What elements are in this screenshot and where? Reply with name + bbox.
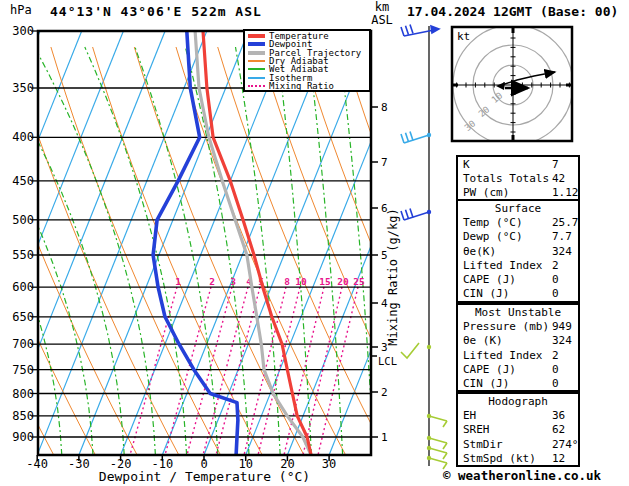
mixing-ratio-label: 10: [295, 276, 307, 287]
mixing-ratio-label: 1: [175, 276, 181, 287]
row-value: 0: [552, 273, 559, 287]
row-value: 274°: [552, 438, 579, 452]
temperature-curve: [203, 31, 311, 455]
table-row: StmDir274°: [458, 438, 578, 452]
table-row: EH36: [458, 409, 578, 423]
table-row: StmSpd (kt)12: [458, 452, 578, 466]
altitude-unit-asl: ASL: [364, 14, 400, 27]
table-row: SREH62: [458, 423, 578, 437]
hodograph-unit-label: kt: [457, 30, 470, 43]
stats-table-surface: SurfaceTemp (°C)25.7Dewp (°C)7.7θe(K)324…: [456, 199, 580, 303]
table-row: Temp (°C)25.7: [458, 216, 578, 230]
mixing-ratio-label: 3: [230, 276, 236, 287]
row-label: Pressure (mb): [463, 320, 549, 333]
row-value: 7: [552, 158, 559, 172]
row-value: 25.7: [552, 216, 579, 230]
row-label: CIN (J): [463, 287, 509, 300]
mixing-ratio-axis-label: Mixing Ratio (g/kg): [386, 208, 400, 345]
legend-swatch-mixing-ratio: [248, 85, 265, 87]
pressure-tick-label: 500: [12, 213, 34, 227]
pressure-axis-unit: hPa: [10, 3, 32, 17]
table-row: Dewp (°C)7.7: [458, 230, 578, 244]
pressure-tick-label: 800: [12, 387, 34, 401]
stats-table-most-unstable: Most UnstablePressure (mb)949θe (K)324Li…: [456, 303, 580, 392]
pressure-tick-label: 900: [12, 430, 34, 444]
parcel-trajectory-curve: [195, 31, 311, 455]
copyright-label: © weatheronline.co.uk: [443, 468, 601, 483]
pressure-tick-label: 350: [12, 81, 34, 95]
hodograph-ring-label: 10: [490, 90, 505, 105]
skewt-sounding-page: 3003504004505005506006507007508008509001…: [0, 0, 629, 486]
table-title: Surface: [458, 202, 578, 216]
km-tick-label: 7: [381, 156, 388, 169]
row-label: PW (cm): [463, 186, 509, 199]
legend-swatch-dewpoint: [248, 42, 265, 46]
table-row: CAPE (J)0: [458, 363, 578, 377]
row-value: 324: [552, 334, 572, 348]
table-row: θe(K)324: [458, 245, 578, 259]
km-tick-label: 1: [381, 431, 388, 444]
row-value: 0: [552, 363, 559, 377]
legend-swatch-temperature: [248, 34, 265, 38]
lcl-label: LCL: [378, 355, 397, 367]
row-value: 324: [552, 245, 572, 259]
wind-barb: [401, 132, 431, 143]
hodograph-trace: [502, 72, 555, 85]
pressure-tick-label: 600: [12, 280, 34, 294]
stats-table-indices: K7Totals Totals42PW (cm)1.12: [456, 155, 580, 201]
page-title: 44°13'N 43°06'E 522m ASL: [50, 4, 262, 19]
mixing-ratio-label: 2: [209, 276, 215, 287]
legend-swatch-parcel-trajectory: [248, 51, 265, 55]
legend-item: Mixing Ratio: [248, 82, 369, 90]
row-label: CAPE (J): [463, 363, 516, 376]
pressure-tick-label: 450: [12, 174, 34, 188]
table-row: Lifted Index2: [458, 259, 578, 273]
table-title: Most Unstable: [458, 306, 578, 320]
row-value: 2: [552, 349, 559, 363]
row-label: CIN (J): [463, 377, 509, 390]
row-value: 7.7: [552, 230, 572, 244]
hodograph: 102030kt: [452, 25, 573, 145]
table-title: Hodograph: [458, 395, 578, 409]
pressure-tick-label: 650: [12, 310, 34, 324]
legend-swatch-dry-adiabat: [248, 60, 265, 62]
row-label: StmSpd (kt): [463, 452, 536, 465]
row-value: 0: [552, 287, 559, 301]
row-label: SREH: [463, 423, 490, 436]
row-value: 42: [552, 172, 565, 186]
wind-barb: [401, 25, 439, 36]
row-label: Totals Totals: [463, 172, 549, 185]
dewpoint-curve: [153, 31, 238, 455]
pressure-tick-label: 400: [12, 130, 34, 144]
pressure-tick-label: 550: [12, 248, 34, 262]
chart-legend: TemperatureDewpointParcel TrajectoryDry …: [243, 29, 371, 92]
pressure-tick-label: 850: [12, 409, 34, 423]
mixing-ratio-label: 20: [337, 276, 349, 287]
pressure-tick-label: 750: [12, 363, 34, 377]
row-label: Temp (°C): [463, 216, 523, 229]
table-row: Totals Totals42: [458, 172, 578, 186]
datetime-label: 17.04.2024 12GMT (Base: 00): [407, 4, 618, 19]
row-label: StmDir: [463, 438, 503, 451]
row-value: 0: [552, 377, 559, 391]
row-label: Lifted Index: [463, 259, 542, 272]
row-value: 62: [552, 423, 565, 437]
legend-swatch-isotherm: [248, 77, 265, 79]
wind-barb: [427, 414, 447, 427]
row-label: θe(K): [463, 245, 496, 258]
table-row: CIN (J)0: [458, 287, 578, 301]
table-row: θe (K)324: [458, 334, 578, 348]
table-row: Lifted Index2: [458, 349, 578, 363]
legend-label: Mixing Ratio: [269, 81, 334, 91]
table-row: CAPE (J)0: [458, 273, 578, 287]
row-value: 12: [552, 452, 565, 466]
row-label: EH: [463, 409, 476, 422]
row-label: Dewp (°C): [463, 230, 523, 243]
row-value: 2: [552, 259, 559, 273]
table-row: K7: [458, 158, 578, 172]
row-value: 949: [552, 320, 572, 334]
km-tick-label: 2: [381, 386, 388, 399]
wind-barb: [401, 209, 431, 220]
km-tick-label: 8: [381, 101, 388, 114]
altitude-axis-unit: km ASL: [364, 1, 400, 27]
